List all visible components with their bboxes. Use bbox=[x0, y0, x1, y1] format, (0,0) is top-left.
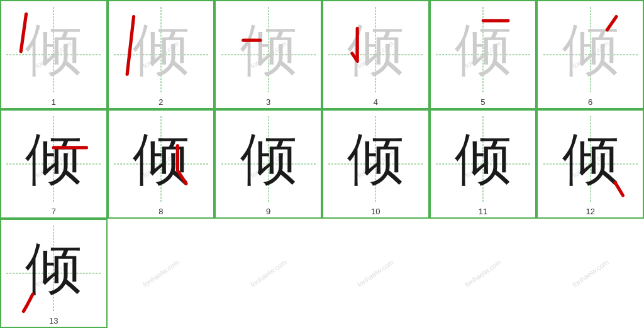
cell-inner-8: 倾 bbox=[109, 111, 214, 217]
watermark-e5: fonhaelw.com bbox=[571, 258, 610, 288]
empty-cell-5: fonhaelw.com bbox=[536, 219, 644, 328]
stroke-cell-1: fonhaelw.com 倾 1 bbox=[0, 0, 108, 109]
cell-inner-13: 倾 bbox=[1, 220, 106, 327]
empty-cell-1: fonhaelw.com bbox=[108, 219, 215, 328]
char-gray-1: 倾 bbox=[25, 22, 82, 87]
cell-inner-7: 倾 bbox=[1, 111, 106, 217]
step-number-10: 10 bbox=[371, 207, 380, 216]
step-number-1: 1 bbox=[52, 97, 56, 107]
stroke-cell-13: fonhaelw.com 倾 13 bbox=[0, 219, 108, 328]
cell-inner-2: 倾 bbox=[109, 1, 214, 108]
cell-inner-6: 倾 bbox=[538, 1, 643, 108]
watermark-e3: fonhaelw.com bbox=[356, 258, 395, 288]
step-number-7: 7 bbox=[52, 207, 56, 216]
cell-inner-5: 倾 bbox=[431, 1, 536, 108]
cell-inner-3: 倾 bbox=[216, 1, 321, 108]
stroke-cell-6: fonhaelw.com 倾 6 bbox=[536, 0, 644, 109]
empty-cell-3: fonhaelw.com bbox=[322, 219, 430, 328]
cell-inner-11: 倾 bbox=[431, 111, 536, 217]
char-black-9: 倾 bbox=[240, 131, 297, 197]
stroke-cell-8: fonhaelw.com 倾 8 bbox=[108, 109, 215, 219]
step-number-2: 2 bbox=[158, 97, 163, 107]
cell-inner-10: 倾 bbox=[323, 111, 428, 217]
stroke-order-grid: fonhaelw.com 倾 1 fonhaelw.com 倾 2 fonhae… bbox=[0, 0, 644, 328]
char-gray-6: 倾 bbox=[562, 22, 619, 87]
step-number-3: 3 bbox=[266, 97, 270, 107]
cell-inner-4: 倾 bbox=[323, 1, 428, 108]
char-black-10: 倾 bbox=[347, 131, 404, 197]
watermark-e1: fonhaelw.com bbox=[142, 258, 180, 288]
step-number-11: 11 bbox=[479, 207, 487, 216]
char-gray-3: 倾 bbox=[240, 22, 297, 87]
empty-cell-2: fonhaelw.com bbox=[214, 219, 322, 328]
empty-cell-4: fonhaelw.com bbox=[430, 219, 537, 328]
stroke-cell-4: fonhaelw.com 倾 4 bbox=[322, 0, 430, 109]
char-black-7: 倾 bbox=[25, 131, 82, 197]
stroke-cell-5: fonhaelw.com 倾 5 bbox=[430, 0, 537, 109]
step-number-13: 13 bbox=[49, 316, 58, 325]
char-gray-5: 倾 bbox=[455, 22, 511, 87]
char-black-8: 倾 bbox=[133, 131, 189, 197]
watermark-e2: fonhaelw.com bbox=[249, 258, 288, 288]
char-black-11: 倾 bbox=[455, 131, 511, 197]
cell-inner-9: 倾 bbox=[216, 111, 321, 217]
stroke-cell-9: fonhaelw.com 倾 9 bbox=[214, 109, 322, 219]
char-black-13: 倾 bbox=[25, 241, 82, 306]
step-number-9: 9 bbox=[266, 207, 270, 216]
step-number-4: 4 bbox=[374, 97, 378, 107]
stroke-cell-12: fonhaelw.com 倾 12 bbox=[536, 109, 644, 219]
cell-inner-12: 倾 bbox=[538, 111, 643, 217]
step-number-12: 12 bbox=[586, 207, 594, 216]
stroke-cell-11: fonhaelw.com 倾 11 bbox=[430, 109, 537, 219]
stroke-cell-10: fonhaelw.com 倾 10 bbox=[322, 109, 430, 219]
char-black-12: 倾 bbox=[562, 131, 619, 197]
step-number-8: 8 bbox=[158, 207, 163, 216]
watermark-e4: fonhaelw.com bbox=[464, 258, 502, 288]
stroke-cell-7: fonhaelw.com 倾 7 bbox=[0, 109, 108, 219]
stroke-cell-2: fonhaelw.com 倾 2 bbox=[108, 0, 215, 109]
stroke-cell-3: fonhaelw.com 倾 3 bbox=[214, 0, 322, 109]
cell-inner-1: 倾 bbox=[1, 1, 106, 108]
step-number-6: 6 bbox=[588, 97, 592, 107]
char-gray-4: 倾 bbox=[347, 22, 404, 87]
char-gray-2: 倾 bbox=[133, 22, 189, 87]
step-number-5: 5 bbox=[480, 97, 485, 107]
